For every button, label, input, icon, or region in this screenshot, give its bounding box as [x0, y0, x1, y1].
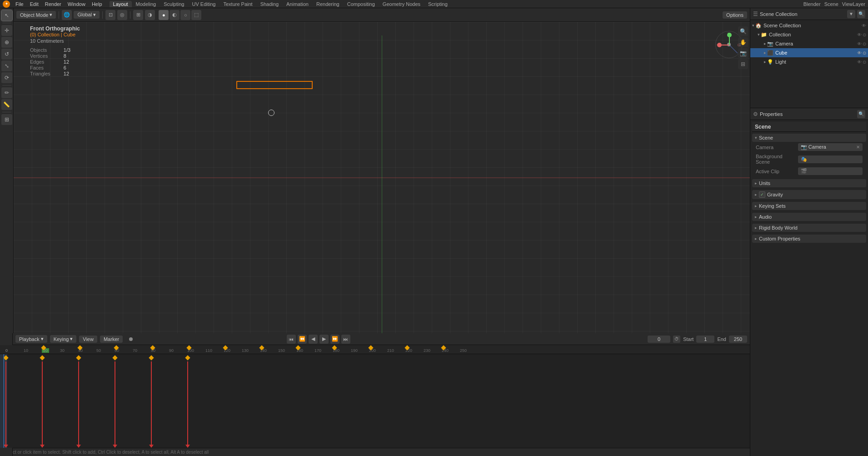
- snap-btn[interactable]: ⊡: [105, 10, 115, 20]
- tab-geometry-nodes[interactable]: Geometry Nodes: [379, 1, 424, 7]
- material-shading-btn[interactable]: ◐: [170, 10, 180, 20]
- camera-eye-icon[interactable]: 👁: [857, 41, 862, 46]
- play-btn[interactable]: ▶: [319, 335, 329, 344]
- camera-arrow[interactable]: ▸: [764, 41, 766, 46]
- outliner-filter-btn[interactable]: ▼: [847, 10, 855, 18]
- tab-scripting[interactable]: Scripting: [424, 1, 451, 7]
- global-transform-btn[interactable]: 🌐: [62, 10, 72, 20]
- play-reverse-btn[interactable]: ◀: [309, 335, 318, 344]
- tab-sculpting[interactable]: Sculpting: [160, 1, 188, 7]
- kf-arrow-40: [76, 445, 81, 448]
- tab-uv-editing[interactable]: UV Editing: [188, 1, 219, 7]
- light-arrow[interactable]: ▸: [764, 60, 766, 64]
- global-dropdown[interactable]: Global ▾: [74, 11, 100, 19]
- measure-tool-btn[interactable]: 📏: [1, 99, 12, 110]
- camera-value-close[interactable]: ✕: [856, 145, 860, 150]
- outliner-cube[interactable]: ▸ ⬛ Cube 👁 ⊙: [750, 48, 868, 57]
- tab-modeling[interactable]: Modeling: [132, 1, 160, 7]
- view-btn[interactable]: View: [79, 336, 97, 343]
- camera-prop-value[interactable]: 📷 Camera ✕: [798, 143, 863, 151]
- playback-btn[interactable]: Playback ▾: [15, 335, 47, 343]
- start-frame-field[interactable]: 1: [696, 336, 714, 343]
- scene-section-header[interactable]: ▾ Scene: [752, 134, 866, 142]
- wireframe-shading-btn[interactable]: ⬚: [191, 10, 201, 20]
- magnify-icon[interactable]: 🔍: [738, 26, 748, 36]
- outliner-scene-collection[interactable]: ▾ 🏠 Scene Collection 👁: [750, 21, 868, 30]
- transform-tool-btn[interactable]: ⟳: [1, 72, 12, 83]
- rendered-shading-btn[interactable]: ○: [180, 10, 190, 20]
- cube-object[interactable]: [236, 81, 313, 89]
- move-tool-btn[interactable]: ⊕: [1, 37, 12, 48]
- tab-animation[interactable]: Animation: [283, 1, 312, 7]
- overlay-btn[interactable]: ⊞: [133, 10, 143, 20]
- props-search-btn[interactable]: 🔍: [857, 110, 865, 118]
- collection-restrict-icon[interactable]: ⊙: [863, 32, 866, 37]
- tab-texture-paint[interactable]: Texture Paint: [219, 1, 256, 7]
- tab-shading[interactable]: Shading: [257, 1, 282, 7]
- outliner-collection[interactable]: ▾ 📁 Collection 👁 ⊙: [750, 30, 868, 39]
- menu-help[interactable]: Help: [89, 1, 105, 7]
- outliner-header: ☰ Scene Collection ▼ 🔍: [750, 8, 868, 20]
- eye-icon[interactable]: 👁: [862, 23, 866, 28]
- bg-scene-icon: 🎭: [801, 156, 807, 162]
- custom-section-header[interactable]: ▸ Custom Properties: [752, 235, 866, 243]
- cursor-tool-btn[interactable]: ✛: [1, 25, 12, 36]
- select-tool-btn[interactable]: ↖: [1, 10, 12, 21]
- step-back-btn[interactable]: ⏪: [298, 335, 307, 344]
- scale-tool-btn[interactable]: ⤡: [1, 60, 12, 71]
- object-mode-dropdown[interactable]: Object Mode ▾: [16, 11, 56, 19]
- units-arrow: ▸: [755, 181, 757, 185]
- tab-compositing[interactable]: Compositing: [344, 1, 379, 7]
- annotate-tool-btn[interactable]: ✏: [1, 87, 12, 98]
- menu-file[interactable]: File: [13, 1, 26, 7]
- rotate-tool-btn[interactable]: ↺: [1, 49, 12, 60]
- tab-layout[interactable]: Layout: [110, 1, 132, 7]
- viewport-info: Front Orthographic (0) Collection | Cube…: [30, 25, 80, 76]
- jump-end-btn[interactable]: ⏭: [341, 335, 350, 344]
- camera-restrict-icon[interactable]: ⊙: [863, 41, 866, 46]
- outliner-camera[interactable]: ▸ 📷 Camera 👁 ⊙: [750, 39, 868, 48]
- gravity-section-header[interactable]: ▸ ✓ Gravity: [752, 190, 866, 199]
- collection-arrow[interactable]: ▾: [758, 32, 760, 37]
- add-tool-btn[interactable]: ⊞: [1, 114, 12, 125]
- light-eye-icon[interactable]: 👁: [857, 60, 862, 65]
- gravity-checkbox[interactable]: ✓: [759, 191, 765, 198]
- light-restrict-icon[interactable]: ⊙: [863, 60, 866, 65]
- audio-section-header[interactable]: ▸ Audio: [752, 213, 866, 221]
- keyframe-col-80: [149, 354, 154, 448]
- viewport[interactable]: Object Mode ▾ 🌐 Global ▾ ⊡ ◎ ⊞ ◑ ● ◐ ○ ⬚: [14, 8, 750, 333]
- cube-restrict-icon[interactable]: ⊙: [863, 50, 866, 55]
- cube-arrow[interactable]: ▸: [764, 50, 766, 55]
- active-clip-value[interactable]: 🎬: [798, 167, 863, 175]
- outliner-light[interactable]: ▸ 💡 Light 👁 ⊙: [750, 57, 868, 66]
- timeline-content[interactable]: [0, 354, 750, 448]
- blender-logo[interactable]: ✦: [3, 0, 10, 8]
- outliner-search-btn[interactable]: 🔍: [857, 10, 865, 18]
- keying-btn[interactable]: Keying ▾: [50, 335, 77, 343]
- grid-background: [14, 22, 750, 333]
- scene-collection-arrow[interactable]: ▾: [752, 23, 754, 28]
- fps-icon[interactable]: ⏱: [673, 336, 680, 343]
- viewport-options-btn[interactable]: Options: [723, 11, 747, 19]
- current-frame-field[interactable]: 0: [648, 336, 670, 343]
- keying-section-header[interactable]: ▸ Keying Sets: [752, 202, 866, 210]
- bg-scene-value[interactable]: 🎭: [798, 155, 863, 163]
- menu-edit[interactable]: Edit: [27, 1, 41, 7]
- hand-icon[interactable]: ✋: [738, 37, 748, 47]
- solid-shading-btn[interactable]: ●: [159, 10, 169, 20]
- collection-eye-icon[interactable]: 👁: [857, 32, 862, 37]
- end-frame-field[interactable]: 250: [729, 336, 747, 343]
- proportional-edit-btn[interactable]: ◎: [117, 10, 127, 20]
- tab-rendering[interactable]: Rendering: [313, 1, 343, 7]
- jump-start-btn[interactable]: ⏮: [287, 335, 296, 344]
- grid-icon[interactable]: ⊞: [738, 59, 748, 69]
- rigidbody-section-header[interactable]: ▸ Rigid Body World: [752, 224, 866, 232]
- step-forward-btn[interactable]: ⏩: [330, 335, 339, 344]
- camera-icon[interactable]: 📷: [738, 48, 748, 58]
- units-section-header[interactable]: ▸ Units: [752, 179, 866, 187]
- menu-window[interactable]: Window: [65, 1, 88, 7]
- marker-btn[interactable]: Marker: [100, 336, 123, 343]
- cube-eye-icon[interactable]: 👁: [857, 50, 862, 55]
- shading-btn[interactable]: ◑: [145, 10, 155, 20]
- menu-render[interactable]: Render: [42, 1, 64, 7]
